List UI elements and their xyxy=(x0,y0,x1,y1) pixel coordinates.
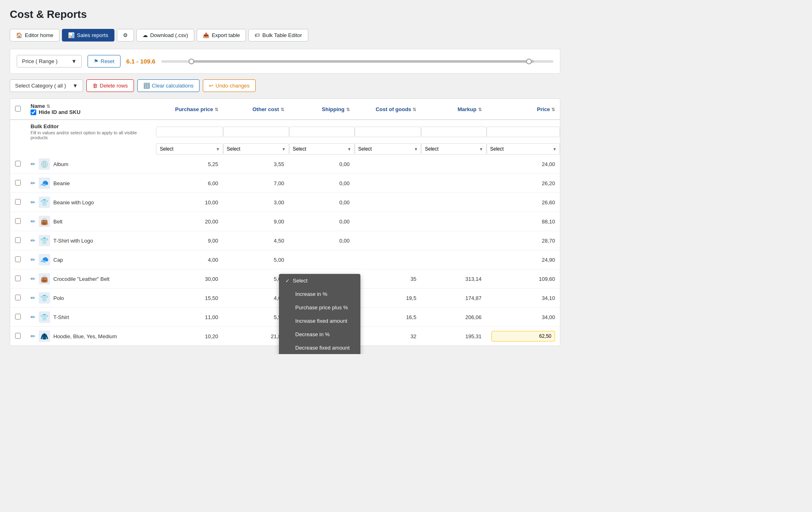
bulk-select-markup-cell: Select ▼ xyxy=(421,143,486,155)
check-icon: ✓ xyxy=(285,278,290,284)
reset-button[interactable]: ⚑ Reset xyxy=(88,55,121,68)
row-checkbox[interactable] xyxy=(15,314,21,319)
cell-markup xyxy=(421,174,486,193)
range-handle-right[interactable] xyxy=(526,59,532,64)
bulk-table-editor-button[interactable]: 🏷 Bulk Table Editor xyxy=(248,29,308,42)
col-header-other-cost[interactable]: Other cost ⇅ xyxy=(223,99,289,120)
edit-icon[interactable]: ✏ xyxy=(31,333,35,339)
product-name: Beanie with Logo xyxy=(53,199,94,206)
bulk-input-markup-cell xyxy=(421,120,486,143)
product-thumbnail: 👕 xyxy=(39,292,50,304)
editor-home-button[interactable]: 🏠 Editor home xyxy=(10,29,59,42)
edit-icon[interactable]: ✏ xyxy=(31,199,35,206)
select-all-checkbox-header[interactable] xyxy=(10,99,26,120)
edit-icon[interactable]: ✏ xyxy=(31,161,35,167)
bulk-select-price-cell: Select ▼ xyxy=(487,143,560,155)
bulk-input-purchase-price[interactable] xyxy=(156,127,223,137)
edit-icon[interactable]: ✏ xyxy=(31,276,35,282)
undo-changes-button[interactable]: ↩ Undo changes xyxy=(203,79,256,92)
bulk-editor-label-cell: Bulk Editor Fill in values and/or select… xyxy=(26,120,156,143)
edit-icon[interactable]: ✏ xyxy=(31,295,35,301)
edit-icon[interactable]: ✏ xyxy=(31,256,35,263)
dropdown-item-decrease-pct[interactable]: Decrease in % xyxy=(279,328,360,341)
bulk-select-cost-of-goods[interactable]: Select xyxy=(355,143,421,155)
bulk-input-price[interactable] xyxy=(487,127,560,137)
col-header-purchase-price[interactable]: Purchase price ⇅ xyxy=(156,99,223,120)
bulk-select-markup[interactable]: Select xyxy=(421,143,486,155)
cell-purchase-price: 11,00 xyxy=(156,308,223,327)
dropdown-item-select[interactable]: ✓ Select xyxy=(279,274,360,287)
delete-rows-button[interactable]: 🗑 Delete rows xyxy=(86,79,134,92)
row-checkbox[interactable] xyxy=(15,218,21,224)
row-checkbox[interactable] xyxy=(15,256,21,262)
bulk-select-price[interactable]: Select xyxy=(487,143,560,155)
row-checkbox[interactable] xyxy=(15,295,21,300)
cell-cost-of-goods xyxy=(355,231,421,250)
range-slider[interactable] xyxy=(161,60,553,63)
product-thumbnail: 👕 xyxy=(39,311,50,323)
cell-shipping: 0,00 xyxy=(289,231,355,250)
cell-purchase-price: 30,00 xyxy=(156,269,223,289)
bulk-input-price-cell xyxy=(487,120,560,143)
download-csv-button[interactable]: ☁ Download (.csv) xyxy=(136,29,194,42)
row-checkbox[interactable] xyxy=(15,333,21,339)
sort-icon-shipping: ⇅ xyxy=(346,107,350,112)
select-all-checkbox[interactable] xyxy=(15,106,21,112)
clear-calculations-button[interactable]: 🔢 Clear calculations xyxy=(137,79,200,92)
cell-cost-of-goods xyxy=(355,193,421,212)
cell-price: 28,70 xyxy=(487,231,560,250)
product-thumbnail: 🧥 xyxy=(39,330,50,342)
sales-reports-button[interactable]: 📊 Sales reports xyxy=(62,29,114,42)
cell-shipping xyxy=(289,250,355,269)
bulk-input-shipping[interactable] xyxy=(289,127,355,137)
row-checkbox[interactable] xyxy=(15,199,21,205)
cell-markup: 174,87 xyxy=(421,289,486,308)
bulk-select-purchase-price[interactable]: Select xyxy=(156,143,223,155)
row-checkbox[interactable] xyxy=(15,276,21,281)
col-header-cost-of-goods[interactable]: Cost of goods ⇅ xyxy=(355,99,421,120)
settings-button[interactable]: ⚙ xyxy=(117,29,134,42)
sort-icon-cost-of-goods: ⇅ xyxy=(413,107,416,112)
bulk-input-purchase-price-cell xyxy=(156,120,223,143)
bulk-input-cost-of-goods-cell xyxy=(355,120,421,143)
row-checkbox[interactable] xyxy=(15,237,21,243)
price-range-select[interactable]: Price ( Range ) ▼ xyxy=(17,55,82,68)
col-header-price[interactable]: Price ⇅ xyxy=(487,99,560,120)
bulk-input-cost-of-goods[interactable] xyxy=(355,127,421,137)
cell-cost-of-goods xyxy=(355,174,421,193)
edit-icon[interactable]: ✏ xyxy=(31,218,35,225)
cell-cost-of-goods: 16,5 xyxy=(355,308,421,327)
hide-id-sku-label[interactable]: Hide ID and SKU xyxy=(31,109,151,115)
dropdown-item-purchase-price-plus-pct[interactable]: Purchase price plus % xyxy=(279,301,360,314)
category-select[interactable]: Select Category ( all ) ▼ xyxy=(10,79,83,92)
bulk-select-other-cost[interactable]: Select xyxy=(223,143,289,155)
bulk-input-other-cost[interactable] xyxy=(223,127,289,137)
col-header-shipping[interactable]: Shipping ⇅ xyxy=(289,99,355,120)
dropdown-item-decrease-fixed[interactable]: Decrease fixed amount xyxy=(279,341,360,354)
bulk-select-shipping[interactable]: Select xyxy=(289,143,355,155)
col-header-name[interactable]: Name ⇅ Hide ID and SKU xyxy=(26,99,156,120)
cell-purchase-price: 10,20 xyxy=(156,327,223,346)
hide-id-sku-checkbox[interactable] xyxy=(31,109,36,115)
bulk-input-markup[interactable] xyxy=(421,127,486,137)
dropdown-item-increase-fixed[interactable]: Increase fixed amount xyxy=(279,314,360,328)
price-input-highlighted[interactable] xyxy=(492,331,555,341)
product-thumbnail: 👕 xyxy=(39,197,50,208)
table-row: ✏🧢Cap4,005,0024,90 xyxy=(10,250,560,269)
product-thumbnail: 🧢 xyxy=(39,177,50,189)
edit-icon[interactable]: ✏ xyxy=(31,180,35,186)
sort-icon-other-cost: ⇅ xyxy=(281,107,284,112)
row-checkbox[interactable] xyxy=(15,180,21,186)
export-table-button[interactable]: 📤 Export table xyxy=(197,29,246,42)
cell-markup xyxy=(421,193,486,212)
cell-purchase-price: 9,00 xyxy=(156,231,223,250)
dropdown-item-increase-pct[interactable]: Increase in % xyxy=(279,287,360,301)
row-checkbox[interactable] xyxy=(15,161,21,166)
range-handle-left[interactable] xyxy=(189,59,194,64)
cell-price: 88,10 xyxy=(487,212,560,231)
cost-of-goods-dropdown: ✓ Select Increase in % Purchase price pl… xyxy=(279,274,360,354)
col-header-markup[interactable]: Markup ⇅ xyxy=(421,99,486,120)
cell-shipping: 0,00 xyxy=(289,155,355,174)
edit-icon[interactable]: ✏ xyxy=(31,314,35,320)
edit-icon[interactable]: ✏ xyxy=(31,237,35,244)
